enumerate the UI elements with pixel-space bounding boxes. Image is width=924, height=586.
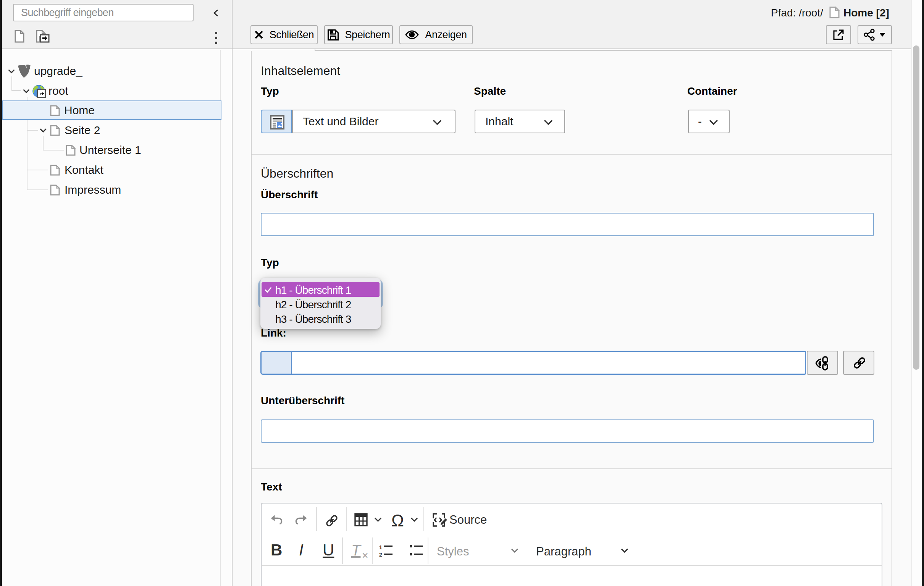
svg-text:2: 2 [379,551,382,557]
svg-text:1: 1 [379,545,382,550]
